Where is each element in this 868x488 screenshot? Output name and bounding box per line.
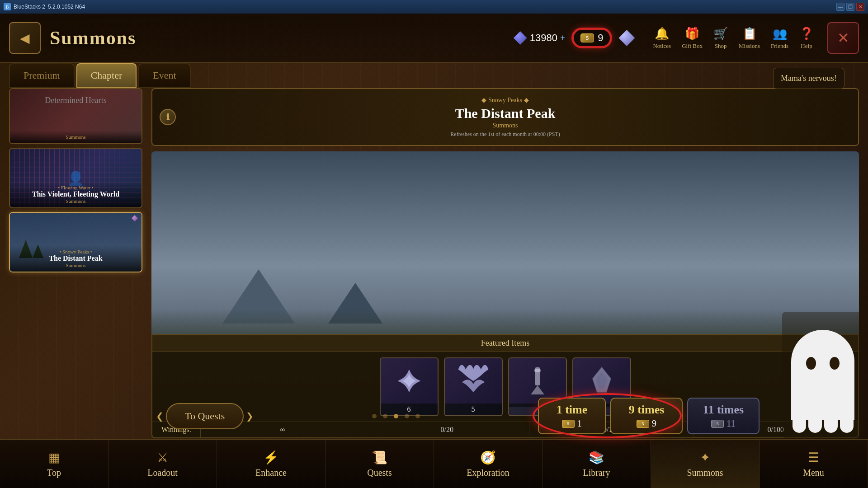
summon-11-button[interactable]: 11 times 5 11 xyxy=(687,398,760,434)
exploration-icon: 🧭 xyxy=(480,450,496,465)
summon-11-times-label: 11 times xyxy=(696,403,750,417)
ticket-count: 9 xyxy=(598,32,603,44)
summon-1-cost: 1 xyxy=(577,418,582,429)
app-name: BlueStacks 2 xyxy=(14,4,45,10)
banner-refresh: Refreshes on the 1st of each month at 00… xyxy=(163,131,847,138)
top-nav: ◀ Summons 13980 + 5 9 🔔 No xyxy=(0,14,868,63)
info-button[interactable]: ℹ xyxy=(160,109,176,125)
notices-icon: 🔔 xyxy=(655,27,669,41)
enhance-label: Enhance xyxy=(255,468,287,478)
missions-btn[interactable]: 📋 Missions xyxy=(739,27,760,50)
nav-exploration[interactable]: 🧭 Exploration xyxy=(434,440,542,488)
sidebar-item-1-type: Summons xyxy=(14,134,138,140)
sidebar-item-1-bg: Determined Hearts Summons xyxy=(10,89,142,143)
gift-icon: 🎁 xyxy=(685,27,699,41)
nav-enhance[interactable]: ⚡ Enhance xyxy=(217,440,326,488)
to-quests-button[interactable]: To Quests xyxy=(166,403,244,429)
summon-9-button[interactable]: 9 times 5 9 xyxy=(610,398,683,434)
nav-top[interactable]: ▦ Top xyxy=(0,440,108,488)
sidebar-item-2-text: • Flowing Water • This Violent, Fleeting… xyxy=(10,181,142,207)
summon-1-times-label: 1 time xyxy=(547,403,597,417)
missions-label: Missions xyxy=(739,42,760,50)
library-icon: 📚 xyxy=(589,450,604,465)
shop-label: Shop xyxy=(715,42,727,50)
sidebar-item-2-bg: 👤 • Flowing Water • This Violent, Fleeti… xyxy=(10,149,142,207)
summon-action-row: ❮ To Quests ❯ 1 time 5 xyxy=(151,394,764,437)
quest-btn-wrapper: ❮ To Quests ❯ xyxy=(156,403,254,429)
nav-icons: 🔔 Notices 🎁 Gift Box 🛒 Shop 📋 Missions 👥… xyxy=(653,27,814,50)
help-btn[interactable]: ❓ Help xyxy=(799,27,814,50)
app-icon: B xyxy=(4,3,11,10)
banner-supertitle: ◆ Snowy Peaks ◆ xyxy=(163,96,847,104)
item-3-title: The Distant Peak xyxy=(14,254,138,263)
sidebar-item-1[interactable]: Determined Hearts Summons xyxy=(9,88,142,144)
minimize-btn[interactable]: — xyxy=(836,3,844,11)
gem-icon xyxy=(514,31,527,45)
app-version: 5.2.0.1052 N64 xyxy=(48,4,85,10)
ghost-figure xyxy=(782,312,863,438)
sidebar-item-1-top: Determined Hearts xyxy=(10,89,142,112)
nav-summons[interactable]: ✦ Summons xyxy=(651,440,760,488)
gift-box-btn[interactable]: 🎁 Gift Box xyxy=(682,27,703,50)
gem-plus-btn[interactable]: + xyxy=(560,33,565,43)
nav-quests[interactable]: 📜 Quests xyxy=(326,440,434,488)
nav-menu[interactable]: ☰ Menu xyxy=(760,440,868,488)
ghost-area: Mama's nervous! xyxy=(769,63,868,438)
enhance-icon: ⚡ xyxy=(263,450,279,465)
ghost-eye-left xyxy=(806,357,816,370)
title-bar: B BlueStacks 2 5.2.0.1052 N64 — ❐ ✕ xyxy=(0,0,868,14)
featured-header: Featured Items xyxy=(152,335,858,352)
shop-icon: 🛒 xyxy=(713,27,728,41)
dot-3 xyxy=(394,414,398,418)
quest-left-arrow: ❮ xyxy=(156,411,164,422)
ticket-area: 5 9 xyxy=(572,28,611,47)
ghost-skirt-2 xyxy=(808,419,822,433)
restore-btn[interactable]: ❐ xyxy=(846,3,854,11)
gem-value: 13980 xyxy=(530,32,557,44)
notices-label: Notices xyxy=(653,42,671,50)
tab-event[interactable]: Event xyxy=(138,63,190,88)
summon-9-cost: 9 xyxy=(652,418,656,429)
summon-9-ticket: 5 xyxy=(637,420,649,428)
main-content: ℹ ◆ Snowy Peaks ◆ The Distant Peak Summo… xyxy=(151,88,859,438)
speech-text: Mama's nervous! xyxy=(781,74,837,83)
quests-label: Quests xyxy=(367,468,392,478)
friends-btn[interactable]: 👥 Friends xyxy=(771,27,788,50)
top-label: Top xyxy=(47,468,61,478)
tab-premium[interactable]: Premium xyxy=(9,63,75,88)
friends-icon: 👥 xyxy=(773,27,787,41)
ghost-eye-right xyxy=(830,357,840,370)
notices-btn[interactable]: 🔔 Notices xyxy=(653,27,671,50)
nav-library[interactable]: 📚 Library xyxy=(542,440,651,488)
ghost-skirt-4 xyxy=(840,419,854,433)
window-close-btn[interactable]: ✕ xyxy=(856,3,864,11)
summon-11-ticket: 5 xyxy=(711,420,724,428)
ghost-skirt-3 xyxy=(824,419,838,433)
banner-title: The Distant Peak xyxy=(163,106,847,121)
dot-1 xyxy=(372,414,377,418)
summon-1-button[interactable]: 1 time 5 1 xyxy=(538,398,606,434)
dot-2 xyxy=(383,414,387,418)
missions-icon: 📋 xyxy=(742,27,757,41)
item-2-subtitle: • Flowing Water • xyxy=(14,185,138,190)
item-2-title: This Violent, Fleeting World xyxy=(14,190,138,198)
sidebar-item-1-text: Summons xyxy=(10,131,142,143)
page-title: Summons xyxy=(50,27,136,49)
back-button[interactable]: ◀ xyxy=(9,22,41,54)
summon-1-cost-row: 5 1 xyxy=(547,418,597,429)
quest-right-arrow: ❯ xyxy=(246,411,254,422)
sidebar-item-2[interactable]: 👤 • Flowing Water • This Violent, Fleeti… xyxy=(9,148,142,208)
gift-label: Gift Box xyxy=(682,42,703,50)
dot-5 xyxy=(415,414,420,418)
shop-btn[interactable]: 🛒 Shop xyxy=(713,27,728,50)
sidebar-item-3[interactable]: • Snowy Peaks • The Distant Peak Summons xyxy=(9,212,142,272)
ghost-main-body xyxy=(791,330,854,420)
ghost-eyes xyxy=(806,357,840,370)
svg-point-2 xyxy=(534,369,541,372)
game-area: ◀ Summons 13980 + 5 9 🔔 No xyxy=(0,14,868,488)
currency-area: 13980 + 5 9 xyxy=(514,28,635,47)
nav-loadout[interactable]: ⚔ Loadout xyxy=(108,440,217,488)
tab-chapter[interactable]: Chapter xyxy=(76,63,137,88)
close-button[interactable]: ✕ xyxy=(827,22,859,54)
top-icon: ▦ xyxy=(48,450,60,465)
